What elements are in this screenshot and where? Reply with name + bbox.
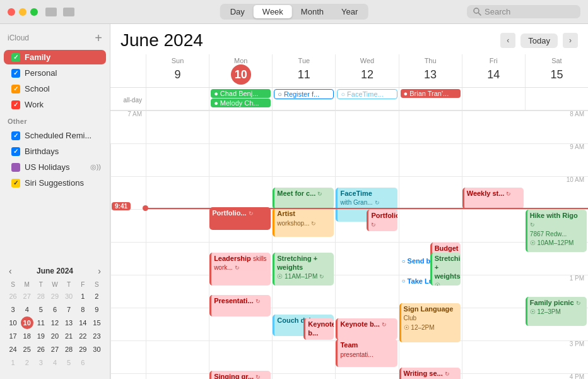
hour-cell[interactable] (272, 209, 335, 242)
mini-cal-day[interactable]: 24 (7, 343, 20, 356)
hour-cell[interactable] (146, 373, 209, 379)
mini-cal-day[interactable]: 12 (49, 316, 61, 329)
hour-cell[interactable] (110, 242, 146, 275)
tab-day[interactable]: Day (221, 5, 254, 18)
mini-cal-day[interactable]: 3 (7, 303, 20, 316)
hour-cell[interactable] (399, 308, 462, 340)
sidebar-item-personal[interactable]: ✓ Personal (4, 66, 106, 80)
hour-cell[interactable] (209, 275, 272, 308)
cal-prev-button[interactable]: ‹ (500, 33, 515, 48)
hour-cell[interactable] (272, 242, 335, 275)
envelope-icon[interactable] (63, 8, 74, 16)
mini-cal-day[interactable]: 10 (7, 316, 20, 329)
hour-cell[interactable] (146, 209, 209, 242)
allday-event-chad[interactable]: ● Chad Benj... (211, 89, 271, 98)
hour-cell[interactable] (399, 340, 462, 373)
sidebar-item-school[interactable]: ✓ School (4, 81, 106, 96)
hour-cell[interactable] (110, 209, 146, 242)
hour-cell[interactable] (209, 242, 272, 275)
mini-cal-day[interactable]: 6 (49, 303, 61, 316)
cal-today-button[interactable]: Today (520, 33, 558, 48)
maximize-button[interactable] (30, 8, 38, 16)
mini-cal-day[interactable]: 28 (62, 343, 75, 356)
hour-cell[interactable] (399, 111, 462, 143)
hour-cell[interactable] (209, 209, 272, 242)
mini-cal-day[interactable]: 26 (7, 290, 20, 303)
mini-cal-day[interactable]: 7 (62, 303, 75, 316)
hour-cell[interactable] (462, 209, 525, 242)
mini-cal-day[interactable]: 27 (21, 290, 33, 303)
hour-cell[interactable] (146, 176, 209, 209)
hour-cell[interactable] (272, 308, 335, 340)
search-bar[interactable]: Search (467, 5, 580, 18)
hour-cell[interactable] (462, 176, 525, 209)
mini-cal-day[interactable]: 6 (76, 356, 89, 369)
mini-cal-day[interactable]: 9 (90, 303, 103, 316)
close-button[interactable] (8, 8, 15, 16)
hour-cell[interactable] (335, 209, 398, 242)
mini-cal-day[interactable]: 5 (62, 356, 75, 369)
hour-cell[interactable] (335, 308, 398, 340)
mini-cal-day[interactable]: 21 (62, 330, 75, 342)
mini-cal-day[interactable]: 29 (76, 343, 89, 356)
mini-cal-day[interactable]: 2 (21, 356, 33, 369)
mini-cal-day[interactable]: 4 (21, 303, 33, 316)
hour-cell[interactable] (335, 176, 398, 209)
mini-cal-day[interactable]: 1 (7, 356, 20, 369)
mini-cal-day[interactable]: 23 (90, 330, 103, 342)
tab-week[interactable]: Week (254, 5, 292, 18)
mini-cal-day[interactable]: 4 (49, 356, 61, 369)
sidebar-item-siri-suggestions[interactable]: ✓ Siri Suggestions (4, 176, 106, 190)
hour-cell[interactable] (146, 143, 209, 176)
hour-cell[interactable] (272, 275, 335, 308)
hour-cell[interactable] (146, 275, 209, 308)
hour-cell[interactable] (462, 340, 525, 373)
allday-event-facetime[interactable]: ○ FaceTime... (337, 89, 397, 99)
hour-cell[interactable] (462, 143, 525, 176)
mini-cal-prev[interactable]: ‹ (6, 266, 15, 276)
hour-cell[interactable] (399, 275, 462, 308)
hour-cell[interactable] (272, 111, 335, 143)
hour-cell[interactable] (462, 308, 525, 340)
hour-cell[interactable] (462, 275, 525, 308)
allday-event-melody[interactable]: ● Melody Ch... (211, 99, 271, 107)
mini-cal-day[interactable]: 3 (35, 356, 47, 369)
hour-cell[interactable] (110, 308, 146, 340)
mini-cal-day[interactable]: 5 (35, 303, 47, 316)
hour-cell[interactable] (399, 143, 462, 176)
mini-cal-day[interactable]: 26 (35, 343, 47, 356)
hour-cell[interactable] (209, 373, 272, 379)
mini-cal-day[interactable]: 30 (62, 290, 75, 303)
mini-cal-day[interactable]: 18 (21, 330, 33, 342)
mini-cal-day[interactable]: 28 (35, 290, 47, 303)
hour-cell[interactable] (399, 176, 462, 209)
hour-cell[interactable] (272, 373, 335, 379)
hour-cell[interactable] (335, 373, 398, 379)
hour-cell[interactable] (335, 111, 398, 143)
sidebar-item-family[interactable]: ✓ Family (4, 50, 106, 64)
mini-cal-day[interactable]: 1 (76, 290, 89, 303)
mini-cal-day[interactable]: 17 (7, 330, 20, 342)
hour-cell[interactable] (110, 340, 146, 373)
mini-cal-day[interactable]: 15 (90, 316, 103, 329)
hour-cell[interactable] (209, 340, 272, 373)
hour-cell[interactable] (272, 176, 335, 209)
hour-cell[interactable] (146, 242, 209, 275)
hour-cell[interactable] (146, 111, 209, 143)
hour-cell[interactable] (399, 209, 462, 242)
mini-cal-day[interactable]: 13 (62, 316, 75, 329)
allday-event-register[interactable]: ○ Register f... (274, 89, 334, 99)
hour-cell[interactable] (335, 340, 398, 373)
mini-cal-day[interactable]: 8 (76, 303, 89, 316)
sidebar-item-birthdays[interactable]: ✓ Birthdays (4, 144, 106, 159)
hour-cell[interactable] (209, 308, 272, 340)
hour-cell[interactable] (110, 176, 146, 209)
hour-cell[interactable] (209, 143, 272, 176)
hour-cell[interactable] (335, 242, 398, 275)
hour-cell[interactable] (146, 340, 209, 373)
sidebar-item-us-holidays[interactable]: US Holidays ◎)) (4, 160, 106, 174)
hour-cell[interactable] (335, 275, 398, 308)
hour-cell[interactable] (399, 373, 462, 379)
sidebar-item-scheduled-reminders[interactable]: ✓ Scheduled Remi... (4, 128, 106, 143)
mini-cal-day[interactable]: 19 (35, 330, 47, 342)
